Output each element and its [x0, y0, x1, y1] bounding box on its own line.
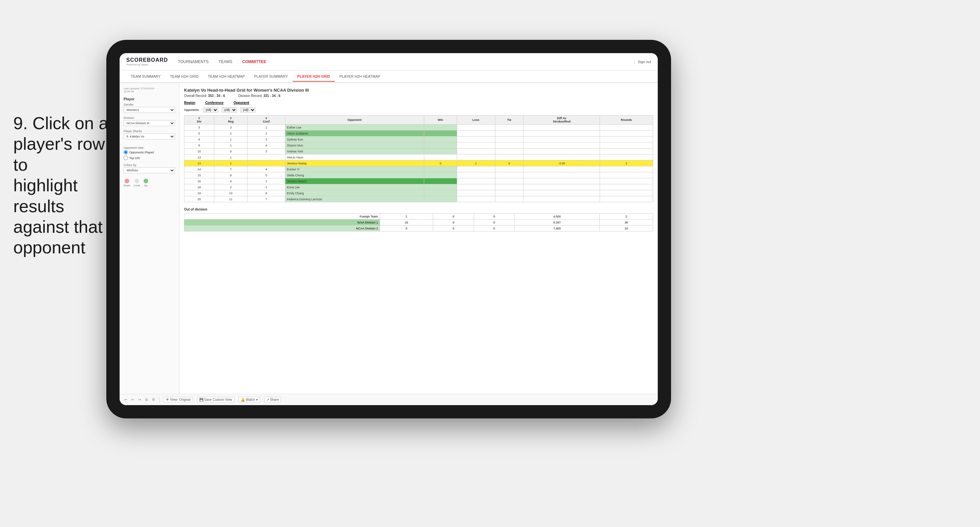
cell-win: 0	[424, 160, 457, 167]
cell-conf: 3	[248, 148, 285, 154]
cell-tie	[495, 172, 523, 178]
cell-loss	[457, 137, 495, 143]
table-row[interactable]: 20 11 7 Federica Domecq Lacroze	[185, 196, 653, 202]
sign-out-button[interactable]: Sign out	[638, 60, 651, 64]
subnav: TEAM SUMMARY TEAM H2H GRID TEAM H2H HEAT…	[119, 70, 658, 83]
cell-rounds	[600, 125, 653, 130]
table-row[interactable]: 18 2 2 Euna Lee	[185, 184, 653, 190]
redo-icon[interactable]: ↩	[131, 397, 134, 402]
legend-level: Level	[134, 179, 140, 187]
logo-area: SCOREBOARD Powered by clippd	[126, 57, 168, 66]
out-table-row[interactable]: Foreign Team 1 0 0 4.500 2	[185, 214, 653, 219]
division-select[interactable]: NCAA Division III	[124, 120, 175, 126]
cell-tie	[495, 190, 523, 196]
opponent-filter-select[interactable]: (All)	[240, 107, 256, 113]
subnav-player-h2h-grid[interactable]: PLAYER H2H GRID	[293, 72, 335, 82]
table-row[interactable]: 6 1 3 Sydney Kuo	[185, 137, 653, 143]
annotation-text: 9. Click on aplayer's row tohighlight re…	[13, 113, 119, 258]
toolbar: ↩ ↩ ↪ ⧉ ⚙ 👁 View: Original 💾 Save Custom…	[119, 394, 658, 405]
out-table-row[interactable]: NAIA Division 1 15 0 0 9.267 30	[185, 219, 653, 225]
redo2-icon[interactable]: ↪	[138, 397, 141, 402]
save-icon: 💾	[199, 398, 203, 402]
table-row[interactable]: 9 1 4 Sharon Mun	[185, 143, 653, 148]
colour-section: Colour by Win/loss Down Level	[124, 163, 175, 187]
out-cell-win: 1	[380, 214, 433, 219]
radio-top100-input[interactable]	[124, 156, 128, 160]
col-tie: Tie	[495, 116, 523, 125]
cell-rounds	[600, 167, 653, 172]
view-original-button[interactable]: 👁 View: Original	[164, 397, 193, 402]
cell-win	[424, 137, 457, 143]
cell-loss	[457, 196, 495, 202]
out-cell-loss: 0	[433, 219, 474, 225]
cell-reg: 1	[214, 154, 248, 160]
cell-win	[424, 172, 457, 178]
cell-opponent: Stella Cheng	[285, 172, 424, 178]
table-row[interactable]: 10 6 3 Andrea York	[185, 148, 653, 154]
cell-win	[424, 184, 457, 190]
watch-button[interactable]: 🔔 Watch ▾	[239, 397, 260, 402]
cell-loss	[457, 167, 495, 172]
radio-top100: Top 100	[124, 156, 175, 160]
grid-title: Katelyn Vo Head-to-Head Grid for Women's…	[184, 88, 653, 93]
undo-icon[interactable]: ↩	[124, 397, 127, 402]
save-custom-view-button[interactable]: 💾 Save Custom View	[197, 397, 234, 402]
cell-win	[424, 154, 457, 160]
col-div: #Div	[185, 116, 214, 125]
cell-diff	[523, 172, 600, 178]
cell-rounds: 2	[600, 160, 653, 167]
cell-win	[424, 178, 457, 184]
player-rank-select[interactable]: 8. Katelyn Vo	[124, 133, 175, 140]
cell-diff	[523, 196, 600, 202]
cell-div: 14	[185, 167, 214, 172]
opponents-filter-select[interactable]: (All)	[203, 107, 218, 113]
table-row[interactable]: 3 3 1 Esther Lee	[185, 125, 653, 130]
cell-opponent: Federica Domecq Lacroze	[285, 196, 424, 202]
cell-diff	[523, 178, 600, 184]
subnav-team-summary[interactable]: TEAM SUMMARY	[126, 72, 165, 81]
out-cell-rounds: 2	[600, 214, 653, 219]
subnav-player-h2h-heatmap[interactable]: PLAYER H2H HEATMAP	[335, 72, 385, 81]
copy-icon[interactable]: ⧉	[145, 397, 148, 402]
subnav-team-h2h-heatmap[interactable]: TEAM H2H HEATMAP	[203, 72, 250, 81]
cell-tie	[495, 196, 523, 202]
table-row[interactable]: 16 9 1 Jessica Mason	[185, 178, 653, 184]
cell-div: 9	[185, 143, 214, 148]
table-row[interactable]: 15 8 5 Stella Cheng	[185, 172, 653, 178]
conference-filter-select[interactable]: (All)	[221, 107, 237, 113]
gender-select[interactable]: Women's	[124, 107, 175, 113]
radio-opponents-played-input[interactable]	[124, 150, 128, 154]
cell-win	[424, 143, 457, 148]
subnav-player-summary[interactable]: PLAYER SUMMARY	[250, 72, 293, 81]
out-cell-tie: 0	[474, 225, 514, 232]
up-circle	[143, 179, 148, 183]
share-button[interactable]: ↗ Share	[264, 397, 282, 402]
table-row[interactable]: 13 1 HeeJo Hyun	[185, 154, 653, 160]
table-row[interactable]: 5 2 2 Alexis Sudijanto	[185, 130, 653, 137]
record-row: Overall Record: 353 - 34 - 6 Division Re…	[184, 94, 653, 98]
table-row[interactable]: 19 10 6 Emily Chang	[185, 190, 653, 196]
cell-div: 3	[185, 125, 214, 130]
table-row[interactable]: 14 7 4 Eunice Yi	[185, 167, 653, 172]
table-row[interactable]: 13 1 Jessica Huang 0 1 0 -3.00 2	[185, 160, 653, 167]
nav-committee[interactable]: COMMITTEE	[242, 58, 266, 65]
settings-icon[interactable]: ⚙	[152, 397, 155, 402]
cell-opponent: Eunice Yi	[285, 167, 424, 172]
filters-bar: Region Conference Opponent	[184, 101, 653, 105]
opponents-filter-label: Opponents:	[184, 108, 200, 111]
cell-loss: 1	[457, 160, 495, 167]
player-rank-label: Player (Rank)	[124, 130, 175, 133]
out-table-row[interactable]: NCAA Division 2 5 0 0 7.400 10	[185, 225, 653, 232]
nav-tournaments[interactable]: TOURNAMENTS	[178, 58, 208, 65]
cell-loss	[457, 148, 495, 154]
out-cell-rounds: 30	[600, 219, 653, 225]
out-cell-loss: 0	[433, 225, 474, 232]
subnav-team-h2h-grid[interactable]: TEAM H2H GRID	[165, 72, 203, 81]
colour-select[interactable]: Win/loss	[124, 167, 175, 173]
nav-teams[interactable]: TEAMS	[219, 58, 232, 65]
cell-tie	[495, 167, 523, 172]
cell-div: 18	[185, 184, 214, 190]
cell-reg: 6	[214, 148, 248, 154]
cell-div: 20	[185, 196, 214, 202]
out-cell-tie: 0	[474, 214, 514, 219]
